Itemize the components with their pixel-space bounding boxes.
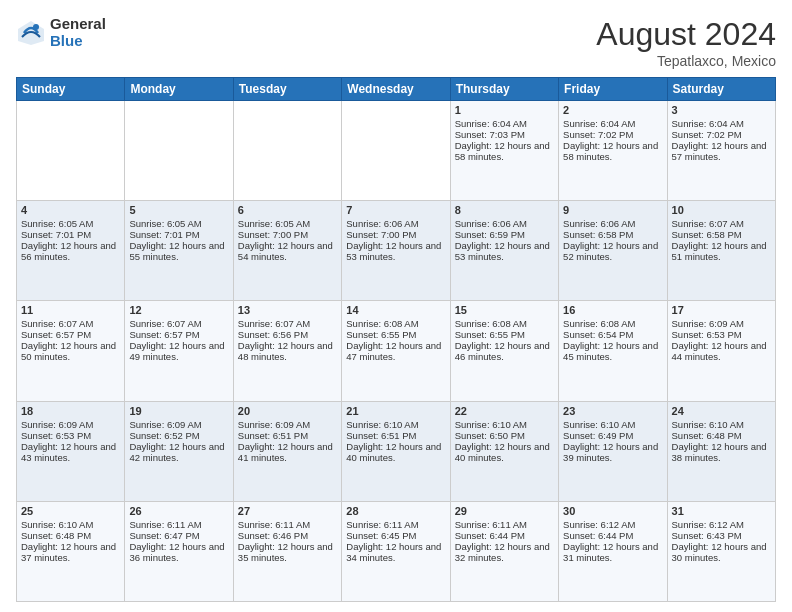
title-block: August 2024 Tepatlaxco, Mexico <box>596 16 776 69</box>
week-row-4: 18Sunrise: 6:09 AMSunset: 6:53 PMDayligh… <box>17 401 776 501</box>
daylight-text: Daylight: 12 hours and 39 minutes. <box>563 441 662 463</box>
sunset-text: Sunset: 6:43 PM <box>672 530 771 541</box>
sunset-text: Sunset: 6:50 PM <box>455 430 554 441</box>
sunrise-text: Sunrise: 6:11 AM <box>129 519 228 530</box>
daylight-text: Daylight: 12 hours and 43 minutes. <box>21 441 120 463</box>
logo-text: General Blue <box>50 16 106 49</box>
daylight-text: Daylight: 12 hours and 48 minutes. <box>238 340 337 362</box>
header: General Blue August 2024 Tepatlaxco, Mex… <box>16 16 776 69</box>
calendar-header-row: Sunday Monday Tuesday Wednesday Thursday… <box>17 78 776 101</box>
daylight-text: Daylight: 12 hours and 49 minutes. <box>129 340 228 362</box>
cell-1-1: 5Sunrise: 6:05 AMSunset: 7:01 PMDaylight… <box>125 201 233 301</box>
daylight-text: Daylight: 12 hours and 31 minutes. <box>563 541 662 563</box>
day-number: 12 <box>129 304 228 316</box>
sunrise-text: Sunrise: 6:08 AM <box>346 318 445 329</box>
sunset-text: Sunset: 6:58 PM <box>672 229 771 240</box>
day-number: 26 <box>129 505 228 517</box>
daylight-text: Daylight: 12 hours and 45 minutes. <box>563 340 662 362</box>
day-number: 19 <box>129 405 228 417</box>
sunrise-text: Sunrise: 6:06 AM <box>563 218 662 229</box>
logo-general-text: General <box>50 16 106 33</box>
sunrise-text: Sunrise: 6:06 AM <box>346 218 445 229</box>
day-number: 18 <box>21 405 120 417</box>
cell-4-4: 29Sunrise: 6:11 AMSunset: 6:44 PMDayligh… <box>450 501 558 601</box>
cell-3-5: 23Sunrise: 6:10 AMSunset: 6:49 PMDayligh… <box>559 401 667 501</box>
day-number: 25 <box>21 505 120 517</box>
sunset-text: Sunset: 6:45 PM <box>346 530 445 541</box>
sunrise-text: Sunrise: 6:05 AM <box>21 218 120 229</box>
sunset-text: Sunset: 6:44 PM <box>563 530 662 541</box>
daylight-text: Daylight: 12 hours and 30 minutes. <box>672 541 771 563</box>
day-number: 16 <box>563 304 662 316</box>
day-number: 10 <box>672 204 771 216</box>
cell-3-1: 19Sunrise: 6:09 AMSunset: 6:52 PMDayligh… <box>125 401 233 501</box>
sunrise-text: Sunrise: 6:07 AM <box>129 318 228 329</box>
col-saturday: Saturday <box>667 78 775 101</box>
sunrise-text: Sunrise: 6:05 AM <box>129 218 228 229</box>
sunrise-text: Sunrise: 6:04 AM <box>455 118 554 129</box>
sunset-text: Sunset: 6:53 PM <box>21 430 120 441</box>
daylight-text: Daylight: 12 hours and 36 minutes. <box>129 541 228 563</box>
cell-2-3: 14Sunrise: 6:08 AMSunset: 6:55 PMDayligh… <box>342 301 450 401</box>
cell-3-3: 21Sunrise: 6:10 AMSunset: 6:51 PMDayligh… <box>342 401 450 501</box>
sunrise-text: Sunrise: 6:11 AM <box>455 519 554 530</box>
sunset-text: Sunset: 7:03 PM <box>455 129 554 140</box>
day-number: 21 <box>346 405 445 417</box>
sunset-text: Sunset: 7:01 PM <box>21 229 120 240</box>
sunset-text: Sunset: 6:55 PM <box>455 329 554 340</box>
day-number: 31 <box>672 505 771 517</box>
sunrise-text: Sunrise: 6:05 AM <box>238 218 337 229</box>
cell-1-4: 8Sunrise: 6:06 AMSunset: 6:59 PMDaylight… <box>450 201 558 301</box>
sunset-text: Sunset: 6:51 PM <box>346 430 445 441</box>
sunrise-text: Sunrise: 6:10 AM <box>455 419 554 430</box>
day-number: 11 <box>21 304 120 316</box>
day-number: 28 <box>346 505 445 517</box>
sunset-text: Sunset: 6:49 PM <box>563 430 662 441</box>
sunrise-text: Sunrise: 6:12 AM <box>672 519 771 530</box>
cell-1-3: 7Sunrise: 6:06 AMSunset: 7:00 PMDaylight… <box>342 201 450 301</box>
cell-0-1 <box>125 101 233 201</box>
cell-2-2: 13Sunrise: 6:07 AMSunset: 6:56 PMDayligh… <box>233 301 341 401</box>
day-number: 24 <box>672 405 771 417</box>
sunrise-text: Sunrise: 6:11 AM <box>238 519 337 530</box>
sunset-text: Sunset: 6:51 PM <box>238 430 337 441</box>
cell-3-6: 24Sunrise: 6:10 AMSunset: 6:48 PMDayligh… <box>667 401 775 501</box>
sunrise-text: Sunrise: 6:07 AM <box>21 318 120 329</box>
daylight-text: Daylight: 12 hours and 57 minutes. <box>672 140 771 162</box>
logo-blue-text: Blue <box>50 33 106 50</box>
cell-3-4: 22Sunrise: 6:10 AMSunset: 6:50 PMDayligh… <box>450 401 558 501</box>
sunrise-text: Sunrise: 6:10 AM <box>563 419 662 430</box>
sunset-text: Sunset: 6:54 PM <box>563 329 662 340</box>
day-number: 1 <box>455 104 554 116</box>
sunset-text: Sunset: 7:02 PM <box>563 129 662 140</box>
sunset-text: Sunset: 6:48 PM <box>672 430 771 441</box>
cell-0-6: 3Sunrise: 6:04 AMSunset: 7:02 PMDaylight… <box>667 101 775 201</box>
daylight-text: Daylight: 12 hours and 38 minutes. <box>672 441 771 463</box>
daylight-text: Daylight: 12 hours and 58 minutes. <box>455 140 554 162</box>
col-monday: Monday <box>125 78 233 101</box>
sunrise-text: Sunrise: 6:11 AM <box>346 519 445 530</box>
cell-0-4: 1Sunrise: 6:04 AMSunset: 7:03 PMDaylight… <box>450 101 558 201</box>
cell-2-4: 15Sunrise: 6:08 AMSunset: 6:55 PMDayligh… <box>450 301 558 401</box>
month-year-title: August 2024 <box>596 16 776 53</box>
col-thursday: Thursday <box>450 78 558 101</box>
week-row-1: 1Sunrise: 6:04 AMSunset: 7:03 PMDaylight… <box>17 101 776 201</box>
cell-4-1: 26Sunrise: 6:11 AMSunset: 6:47 PMDayligh… <box>125 501 233 601</box>
day-number: 22 <box>455 405 554 417</box>
sunset-text: Sunset: 6:59 PM <box>455 229 554 240</box>
daylight-text: Daylight: 12 hours and 32 minutes. <box>455 541 554 563</box>
cell-3-2: 20Sunrise: 6:09 AMSunset: 6:51 PMDayligh… <box>233 401 341 501</box>
daylight-text: Daylight: 12 hours and 35 minutes. <box>238 541 337 563</box>
day-number: 20 <box>238 405 337 417</box>
cell-1-5: 9Sunrise: 6:06 AMSunset: 6:58 PMDaylight… <box>559 201 667 301</box>
sunrise-text: Sunrise: 6:12 AM <box>563 519 662 530</box>
daylight-text: Daylight: 12 hours and 55 minutes. <box>129 240 228 262</box>
sunrise-text: Sunrise: 6:07 AM <box>672 218 771 229</box>
location-subtitle: Tepatlaxco, Mexico <box>596 53 776 69</box>
sunrise-text: Sunrise: 6:08 AM <box>455 318 554 329</box>
calendar-page: General Blue August 2024 Tepatlaxco, Mex… <box>0 0 792 612</box>
sunrise-text: Sunrise: 6:10 AM <box>672 419 771 430</box>
sunrise-text: Sunrise: 6:10 AM <box>21 519 120 530</box>
daylight-text: Daylight: 12 hours and 40 minutes. <box>346 441 445 463</box>
daylight-text: Daylight: 12 hours and 47 minutes. <box>346 340 445 362</box>
